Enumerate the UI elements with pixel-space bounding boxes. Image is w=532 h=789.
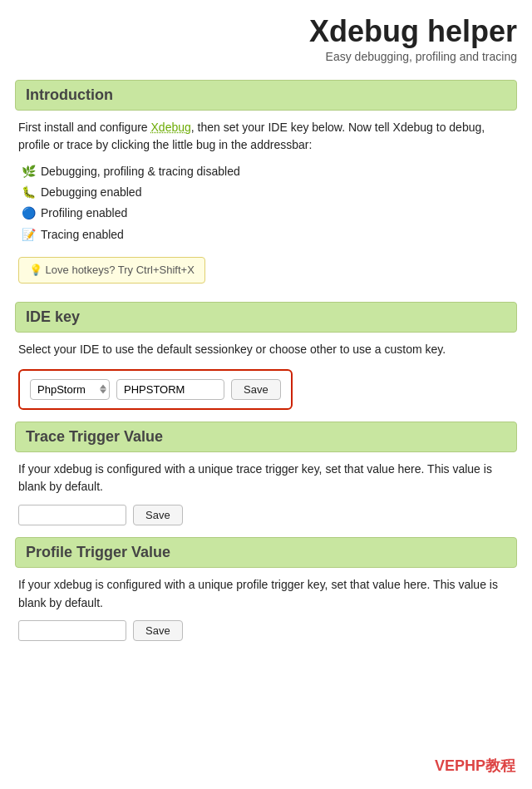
trace-trigger-content: If your xdebug is configured with a uniq…: [18, 461, 514, 525]
ide-key-save-button[interactable]: Save: [231, 379, 281, 400]
trace-trigger-title: Trace Trigger Value: [26, 428, 163, 445]
tracing-icon: 📝: [22, 224, 36, 245]
intro-text-before-link: First install and configure: [18, 121, 151, 134]
header: Xdebug helper Easy debugging, profiling …: [15, 0, 517, 68]
trace-trigger-input[interactable]: [18, 505, 126, 525]
tracing-label: Tracing enabled: [41, 224, 124, 245]
status-item-profiling: 🔵 Profiling enabled: [22, 203, 514, 224]
profiling-icon: 🔵: [22, 203, 36, 224]
status-item-disabled: 🌿 Debugging, profiling & tracing disable…: [22, 161, 514, 182]
introduction-paragraph: First install and configure Xdebug, then…: [18, 119, 514, 155]
ide-key-content: Select your IDE to use the default sessi…: [18, 341, 514, 410]
profile-trigger-description: If your xdebug is configured with a uniq…: [18, 576, 514, 612]
status-item-tracing: 📝 Tracing enabled: [22, 224, 514, 245]
ide-key-row: PhpStorm NetBeans Eclipse Komodo Other S…: [18, 369, 293, 410]
disabled-label: Debugging, profiling & tracing disabled: [41, 161, 240, 182]
profiling-label: Profiling enabled: [41, 203, 127, 224]
debugging-label: Debugging enabled: [41, 182, 141, 203]
profile-trigger-save-button[interactable]: Save: [133, 620, 183, 641]
ide-key-title: IDE key: [26, 308, 80, 325]
disabled-icon: 🌿: [22, 161, 36, 182]
hotkey-tip: 💡 Love hotkeys? Try Ctrl+Shift+X: [18, 257, 205, 284]
status-list: 🌿 Debugging, profiling & tracing disable…: [22, 161, 514, 245]
introduction-title: Introduction: [26, 86, 113, 103]
profile-trigger-title: Profile Trigger Value: [26, 544, 170, 560]
introduction-section-bar: Introduction: [15, 80, 517, 111]
ide-key-input[interactable]: [116, 379, 224, 400]
app-subtitle: Easy debugging, profiling and tracing: [15, 50, 517, 63]
trace-trigger-description: If your xdebug is configured with a uniq…: [18, 461, 514, 496]
profile-trigger-content: If your xdebug is configured with a uniq…: [18, 576, 514, 641]
trace-trigger-section-bar: Trace Trigger Value: [15, 422, 517, 452]
ide-select-wrapper: PhpStorm NetBeans Eclipse Komodo Other: [30, 379, 110, 400]
profile-trigger-section-bar: Profile Trigger Value: [15, 537, 517, 568]
footer-watermark: VEPHP教程: [435, 756, 515, 776]
trace-trigger-input-row: Save: [18, 505, 514, 525]
ide-key-section-bar: IDE key: [15, 302, 517, 333]
profile-trigger-input-row: Save: [18, 620, 514, 641]
ide-key-description: Select your IDE to use the default sessi…: [18, 341, 514, 359]
app-title: Xdebug helper: [15, 15, 517, 48]
introduction-content: First install and configure Xdebug, then…: [18, 119, 514, 290]
trace-trigger-save-button[interactable]: Save: [133, 505, 183, 525]
xdebug-link[interactable]: Xdebug: [151, 121, 191, 134]
debugging-icon: 🐛: [22, 182, 36, 203]
status-item-debugging: 🐛 Debugging enabled: [22, 182, 514, 203]
ide-select[interactable]: PhpStorm NetBeans Eclipse Komodo Other: [30, 379, 110, 400]
profile-trigger-input[interactable]: [18, 620, 126, 641]
